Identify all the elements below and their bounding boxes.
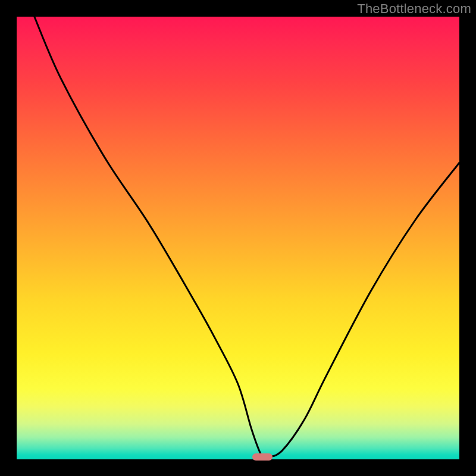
plot-area <box>17 17 459 459</box>
bottleneck-curve <box>17 17 459 459</box>
watermark-text: TheBottleneck.com <box>357 1 471 17</box>
chart-stage: TheBottleneck.com <box>0 0 476 476</box>
optimal-point-marker <box>252 453 272 461</box>
